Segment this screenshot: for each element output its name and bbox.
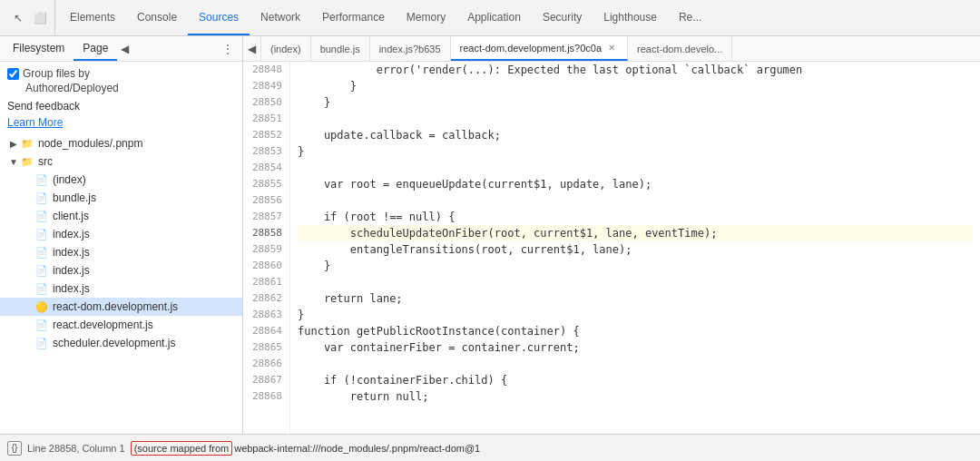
line-number: 28852 — [250, 127, 282, 143]
code-line: } — [298, 143, 973, 160]
line-number: 28866 — [250, 356, 282, 372]
code-line: function getPublicRootInstance(container… — [298, 323, 973, 339]
line-number: 28853 — [250, 143, 282, 160]
file-tab[interactable]: bundle.js — [311, 36, 370, 61]
tree-item-label: bundle.js — [53, 191, 96, 204]
tree-item[interactable]: 📄scheduler.development.js — [0, 334, 242, 352]
code-line: update.callback = callback; — [298, 127, 973, 143]
file-tab[interactable]: react-dom.development.js?0c0a✕ — [451, 36, 629, 61]
line-number: 28862 — [250, 290, 282, 307]
toolbar-tab-performance[interactable]: Performance — [311, 0, 396, 35]
code-line: if (root !== null) { — [298, 209, 973, 225]
file-tab-label: react-dom.development.js?0c0a — [460, 43, 603, 54]
line-numbers: 2884828849288502885128852288532885428855… — [243, 62, 290, 434]
line-number: 28851 — [250, 111, 282, 127]
inspect-icon[interactable]: ↖ — [9, 9, 27, 27]
group-by-row: Group files by — [0, 62, 242, 82]
learn-more-link[interactable]: Learn More — [0, 114, 242, 131]
file-tab[interactable]: index.js?b635 — [370, 36, 451, 61]
toolbar-tab-memory[interactable]: Memory — [396, 0, 456, 35]
toolbar-tab-re---[interactable]: Re... — [668, 0, 712, 35]
line-number: 28854 — [250, 160, 282, 176]
toolbar-tab-elements[interactable]: Elements — [59, 0, 126, 35]
code-line: return lane; — [298, 290, 973, 307]
sub-tab-menu[interactable]: ⋮ — [217, 43, 239, 55]
file-tab[interactable]: (index) — [261, 36, 311, 61]
code-line: } — [298, 307, 973, 323]
toolbar-tab-application[interactable]: Application — [456, 0, 532, 35]
line-number: 28865 — [250, 339, 282, 356]
code-view[interactable]: 2884828849288502885128852288532885428855… — [243, 62, 980, 434]
file-tab[interactable]: react-dom.develo... — [628, 36, 732, 61]
tree-item[interactable]: 🟡react-dom.development.js — [0, 298, 242, 316]
source-mapped-label: (source mapped from — [131, 441, 233, 456]
folder-icon: 📁 — [20, 155, 34, 168]
code-line: scheduleUpdateOnFiber(root, current$1, l… — [298, 225, 973, 241]
file-tab-nav-back[interactable]: ◀ — [243, 36, 261, 61]
line-number: 28868 — [250, 388, 282, 405]
line-number: 28859 — [250, 241, 282, 258]
line-number: 28863 — [250, 307, 282, 323]
toolbar-tab-security[interactable]: Security — [532, 0, 593, 35]
line-number: 28867 — [250, 372, 282, 388]
file-tab-label: (index) — [270, 44, 301, 54]
tree-item-label: index.js — [53, 246, 90, 259]
line-number: 28856 — [250, 192, 282, 209]
tree-item-label: (index) — [53, 173, 86, 186]
tree-item[interactable]: 📄client.js — [0, 207, 242, 225]
sub-tab-filesystem[interactable]: Filesystem — [4, 36, 74, 61]
toolbar-tab-sources[interactable]: Sources — [188, 0, 250, 35]
line-number: 28858 — [250, 225, 282, 241]
tree-item[interactable]: ▼📁src — [0, 152, 242, 171]
tree-item-label: index.js — [53, 228, 90, 240]
toolbar-tab-network[interactable]: Network — [250, 0, 311, 35]
tree-item-label: scheduler.development.js — [53, 337, 175, 349]
file-tab-label: react-dom.develo... — [637, 44, 722, 54]
code-line: } — [298, 94, 973, 111]
file-tab-close[interactable]: ✕ — [605, 42, 618, 54]
group-by-label: Group files by — [23, 67, 90, 80]
code-line — [298, 160, 973, 176]
send-feedback[interactable]: Send feedback — [0, 98, 242, 114]
sub-tabs: FilesystemPage ◀ ⋮ — [0, 36, 242, 62]
file-tree: ▶📁node_modules/.pnpm▼📁src📄(index)📄bundle… — [0, 131, 242, 434]
file-icon: 📄 — [34, 228, 49, 240]
sub-tab-more[interactable]: ◀ — [117, 43, 132, 55]
line-number: 28848 — [250, 62, 282, 78]
sub-tab-page[interactable]: Page — [74, 36, 117, 61]
file-icon: 📄 — [34, 173, 49, 186]
file-tab-label: bundle.js — [320, 44, 360, 54]
chevron-icon: ▼ — [7, 155, 20, 168]
device-icon[interactable]: ⬜ — [31, 9, 49, 27]
tree-item[interactable]: 📄bundle.js — [0, 189, 242, 207]
code-line: } — [298, 258, 973, 274]
code-line: if (!containerFiber.child) { — [298, 372, 973, 388]
tree-item[interactable]: 📄index.js — [0, 280, 242, 298]
file-tab-label: index.js?b635 — [379, 44, 441, 54]
tree-item[interactable]: 📄index.js — [0, 243, 242, 261]
tree-item-label: react-dom.development.js — [53, 300, 178, 313]
file-tabs: ◀ (index)bundle.jsindex.js?b635react-dom… — [243, 36, 980, 62]
code-line: var containerFiber = container.current; — [298, 339, 973, 356]
tree-item[interactable]: 📄index.js — [0, 261, 242, 280]
left-panel: FilesystemPage ◀ ⋮ Group files by Author… — [0, 36, 243, 434]
code-line — [298, 111, 973, 127]
group-by-checkbox-input[interactable] — [7, 68, 19, 80]
tree-item[interactable]: 📄index.js — [0, 225, 242, 243]
code-line: entangleTransitions(root, current$1, lan… — [298, 241, 973, 258]
tree-item[interactable]: ▶📁node_modules/.pnpm — [0, 134, 242, 152]
line-number: 28857 — [250, 209, 282, 225]
status-position: Line 28858, Column 1 — [27, 443, 125, 454]
folder-icon: 📁 — [20, 137, 34, 150]
toolbar-tabs: ElementsConsoleSourcesNetworkPerformance… — [59, 0, 712, 35]
source-mapped-path: webpack-internal:///node_modules/.pnpm/r… — [234, 443, 480, 454]
toolbar-tab-console[interactable]: Console — [126, 0, 188, 35]
code-line: error('render(...): Expected the last op… — [298, 62, 973, 78]
tree-item[interactable]: 📄react.development.js — [0, 316, 242, 334]
tree-item[interactable]: 📄(index) — [0, 171, 242, 189]
line-number: 28855 — [250, 176, 282, 192]
file-icon: 📄 — [34, 337, 49, 349]
tree-item-label: react.development.js — [53, 319, 153, 331]
toolbar-tab-lighthouse[interactable]: Lighthouse — [593, 0, 668, 35]
code-line: return null; — [298, 388, 973, 405]
